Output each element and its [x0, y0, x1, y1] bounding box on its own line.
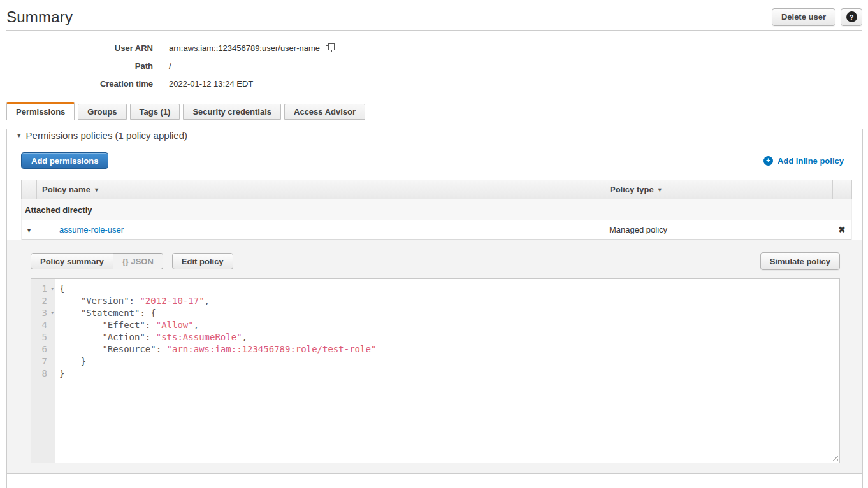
permissions-policies-section-toggle[interactable]: ▾ Permissions policies (1 policy applied…: [17, 129, 852, 141]
sort-caret-icon[interactable]: ▾: [658, 186, 662, 193]
policy-name-column-header: Policy name ▾: [36, 180, 604, 199]
policy-detail-toolbar: Policy summary {} JSON Edit policy Simul…: [31, 253, 840, 269]
editor-line-number-gutter: 1▾ 2 3▾ 4 5 6 7 8: [31, 279, 55, 463]
question-mark-icon: ?: [846, 11, 857, 22]
policy-detail-expanded-area: Policy summary {} JSON Edit policy Simul…: [7, 240, 862, 474]
policy-type-cell: Managed policy: [604, 225, 832, 234]
code-line: "Action": "sts:AssumeRole",: [59, 331, 839, 343]
user-arn-label: User ARN: [0, 43, 153, 53]
path-value: /: [169, 61, 171, 71]
editor-code-area[interactable]: { "Version": "2012-10-17", "Statement": …: [55, 279, 839, 463]
expander-column-header: [22, 180, 36, 199]
section-title: Permissions policies (1 policy applied): [26, 130, 187, 141]
policy-row: ▾ assume-role-user Managed policy ✖: [22, 220, 851, 240]
policy-summary-button[interactable]: Policy summary: [31, 253, 113, 269]
help-button[interactable]: ?: [841, 8, 862, 26]
sort-caret-icon[interactable]: ▾: [95, 186, 98, 193]
copy-icon[interactable]: [326, 43, 335, 53]
simulate-policy-button[interactable]: Simulate policy: [760, 252, 840, 270]
table-body: Attached directly ▾ assume-role-user Man…: [21, 199, 852, 240]
header-actions: Delete user ?: [772, 8, 862, 26]
policy-type-column-header: Policy type ▾: [604, 180, 832, 199]
attached-directly-group-row: Attached directly: [22, 199, 851, 220]
creation-time-value: 2022-01-12 13:24 EDT: [169, 79, 253, 89]
user-arn-value: arn:aws:iam::123456789:user/user-name: [169, 43, 320, 53]
chevron-down-icon: ▾: [17, 132, 21, 139]
code-line: "Version": "2012-10-17",: [59, 295, 839, 307]
edit-policy-button[interactable]: Edit policy: [172, 253, 233, 269]
json-button[interactable]: {} JSON: [113, 253, 163, 269]
delete-user-button[interactable]: Delete user: [772, 8, 835, 26]
policy-name-link[interactable]: assume-role-user: [59, 225, 124, 234]
page-title: Summary: [6, 8, 73, 26]
tab-tags[interactable]: Tags (1): [130, 104, 180, 120]
policy-name-cell: assume-role-user: [36, 225, 604, 234]
path-row: Path /: [0, 57, 868, 75]
json-policy-editor[interactable]: 1▾ 2 3▾ 4 5 6 7 8 { "Version": "2012-10-…: [31, 278, 840, 463]
code-line: "Resource": "arn:aws:iam::123456789:role…: [59, 343, 839, 355]
tab-permissions[interactable]: Permissions: [6, 102, 75, 120]
tab-access-advisor[interactable]: Access Advisor: [284, 104, 365, 120]
permissions-tab-panel: ▾ Permissions policies (1 policy applied…: [6, 129, 863, 488]
table-header-row: Policy name ▾ Policy type ▾: [21, 180, 852, 199]
fold-caret-icon[interactable]: ▾: [51, 307, 54, 319]
code-line: "Statement": {: [59, 307, 839, 319]
creation-time-label: Creation time: [0, 79, 153, 89]
code-line: }: [59, 368, 839, 380]
creation-time-row: Creation time 2022-01-12 13:24 EDT: [0, 75, 868, 92]
path-label: Path: [0, 61, 153, 71]
policy-actions-row: Add permissions + Add inline policy: [21, 152, 852, 169]
user-arn-row: User ARN arn:aws:iam::123456789:user/use…: [0, 39, 868, 57]
tab-security-credentials[interactable]: Security credentials: [183, 104, 281, 120]
fold-caret-icon[interactable]: ▾: [51, 283, 54, 295]
code-line: }: [59, 355, 839, 368]
page-header: Summary Delete user ?: [0, 0, 868, 29]
add-inline-policy-link[interactable]: + Add inline policy: [763, 156, 844, 166]
code-line: {: [59, 283, 839, 295]
plus-icon: +: [763, 156, 773, 166]
actions-column-header: [832, 180, 851, 199]
header-divider: [6, 30, 862, 31]
policies-table: Policy name ▾ Policy type ▾ Attached dir…: [21, 180, 852, 240]
tab-bar: Permissions Groups Tags (1) Security cre…: [6, 102, 863, 120]
code-line: "Effect": "Allow",: [59, 319, 839, 331]
tab-groups[interactable]: Groups: [78, 104, 126, 120]
collapse-row-icon[interactable]: ▾: [22, 226, 36, 234]
add-permissions-button[interactable]: Add permissions: [21, 152, 108, 169]
user-details: User ARN arn:aws:iam::123456789:user/use…: [0, 39, 868, 92]
remove-policy-icon[interactable]: ✖: [832, 225, 851, 234]
section-divider: [21, 145, 852, 145]
